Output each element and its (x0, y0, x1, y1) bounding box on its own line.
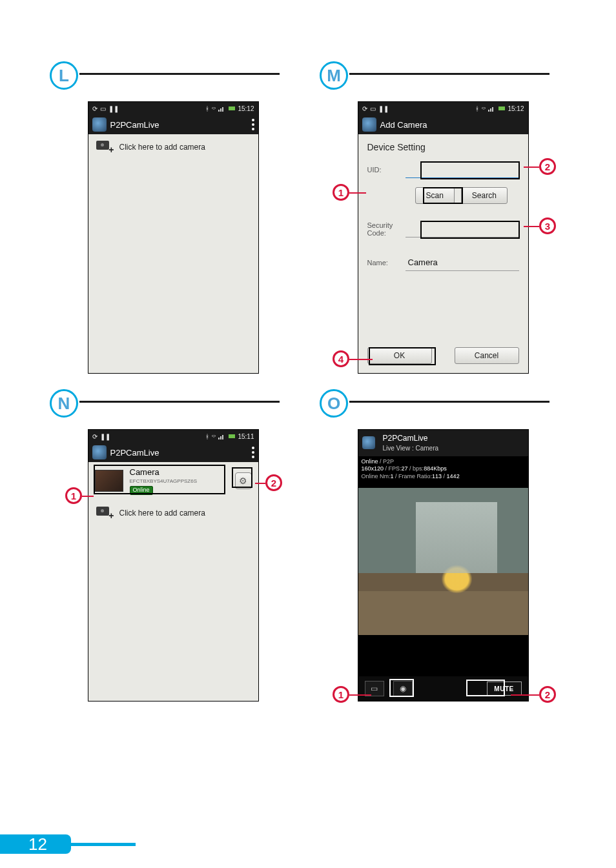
overflow-menu-icon[interactable] (252, 447, 254, 458)
section-title: Device Setting (367, 142, 519, 152)
panel-O: O P2PCamLive Live View : Camera Online (336, 389, 549, 701)
phone-O: P2PCamLive Live View : Camera Online / P… (358, 429, 529, 701)
search-button[interactable]: Search (461, 187, 508, 204)
add-camera-label: Click here to add camera (119, 143, 205, 152)
clock: 15:11 (238, 433, 254, 440)
uid-input[interactable] (406, 161, 519, 178)
mute-button[interactable]: MUTE (487, 681, 522, 696)
app-title: P2PCamLive (383, 434, 439, 444)
stream-info: Online / P2P 160x120 / FPS:27 / bps:884K… (358, 456, 528, 483)
subtitle: Live View : Camera (383, 444, 439, 452)
title-bar: P2PCamLive (88, 443, 258, 462)
callout-2: 2 (539, 158, 556, 175)
panel-L: L ⟳ ▭ ❚❚ ᚼ ⌔ 15:12 (67, 61, 280, 374)
camera-add-icon: + (96, 141, 113, 154)
wifi-icon: ⌔ (482, 105, 486, 112)
overflow-menu-icon[interactable] (252, 119, 254, 130)
status-bar: ⟳ ▭ ❚❚ ᚼ ⌔ 15:12 (88, 102, 258, 115)
pause-icon: ❚❚ (100, 433, 110, 440)
phone-L: ⟳ ▭ ❚❚ ᚼ ⌔ 15:12 P2PCamLive (88, 101, 259, 374)
signal-icon (218, 433, 226, 439)
signal-icon (488, 105, 496, 112)
bluetooth-icon: ᚼ (205, 433, 209, 440)
sync-icon: ⟳ (362, 105, 367, 112)
callout-1: 1 (333, 686, 349, 703)
picture-icon: ▭ (100, 105, 106, 112)
panel-marker-O: O (320, 389, 348, 418)
panel-marker-N: N (50, 389, 78, 418)
add-camera-row[interactable]: + Click here to add camera (88, 500, 258, 526)
sync-icon: ⟳ (92, 433, 98, 440)
phone-M: ⟳ ▭ ❚❚ ᚼ ⌔ 15:12 Add Camera (358, 101, 529, 374)
panel-N: N ⟳ ❚❚ ᚼ ⌔ 15:11 (67, 389, 280, 701)
app-title: P2PCamLive (110, 120, 159, 130)
security-code-input[interactable] (406, 221, 519, 237)
camera-icon: ◉ (400, 684, 406, 693)
sync-icon: ⟳ (92, 105, 98, 112)
battery-icon (229, 434, 235, 438)
picture-icon: ▭ (370, 105, 376, 112)
pause-icon: ❚❚ (378, 105, 389, 112)
callout-2: 2 (265, 474, 282, 491)
callout-2: 2 (539, 686, 556, 703)
camera-settings-button[interactable]: ⚙ (235, 472, 252, 489)
panel-marker-L: L (50, 61, 78, 90)
camera-list-item[interactable]: Camera EFCTBXBYS4U7AGPPSZ6S Online ⚙ (88, 462, 258, 500)
wifi-icon: ⌔ (212, 105, 216, 112)
phone-N: ⟳ ❚❚ ᚼ ⌔ 15:11 P2PCamLive (88, 429, 259, 701)
callout-4: 4 (333, 350, 349, 367)
title-bar: P2PCamLive (88, 115, 258, 134)
camera-thumbnail (95, 470, 123, 492)
live-bottom-bar: ▭ ◉ MUTE (358, 676, 528, 701)
panel-marker-M: M (320, 61, 348, 90)
battery-icon (229, 106, 235, 110)
security-code-label: Security Code: (367, 221, 406, 237)
add-camera-label: Click here to add camera (119, 509, 205, 518)
scan-button[interactable]: Scan (415, 187, 455, 204)
name-input[interactable] (406, 254, 519, 271)
app-icon (92, 117, 107, 132)
speaker-icon: ▭ (371, 684, 378, 693)
battery-icon (498, 106, 505, 110)
wifi-icon: ⌔ (212, 433, 216, 440)
ok-button[interactable]: OK (367, 347, 432, 364)
page-number: 12 (0, 834, 71, 854)
app-icon (362, 436, 375, 449)
page-number-badge: 12 (0, 834, 71, 854)
live-video[interactable] (358, 488, 528, 635)
gear-icon: ⚙ (239, 476, 247, 486)
clock: 15:12 (238, 105, 254, 112)
status-bar: ⟳ ▭ ❚❚ ᚼ ⌔ 15:12 (358, 102, 528, 115)
pause-icon: ❚❚ (108, 105, 119, 112)
camera-add-icon: + (96, 507, 113, 520)
screen-title: Add Camera (380, 120, 427, 130)
snapshot-button[interactable]: ◉ (393, 681, 413, 696)
app-icon (362, 117, 376, 132)
status-bar: ⟳ ❚❚ ᚼ ⌔ 15:11 (88, 430, 258, 443)
uid-label: UID: (367, 166, 406, 174)
title-bar: P2PCamLive Live View : Camera (358, 430, 528, 456)
cancel-button[interactable]: Cancel (455, 347, 519, 364)
name-label: Name: (367, 259, 406, 267)
clock: 15:12 (508, 105, 524, 112)
app-title: P2PCamLive (110, 448, 159, 458)
add-camera-row[interactable]: + Click here to add camera (88, 134, 258, 160)
camera-status-badge: Online (130, 486, 153, 495)
bluetooth-icon: ᚼ (475, 105, 479, 112)
app-icon (92, 445, 107, 459)
signal-icon (218, 105, 226, 112)
camera-uid: EFCTBXBYS4U7AGPPSZ6S (130, 478, 197, 485)
callout-1: 1 (333, 184, 349, 201)
callout-3: 3 (539, 217, 556, 234)
title-bar: Add Camera (358, 115, 528, 134)
panel-M: M ⟳ ▭ ❚❚ ᚼ ⌔ 15:12 (336, 61, 549, 374)
bluetooth-icon: ᚼ (205, 105, 209, 112)
camera-name: Camera (130, 467, 197, 478)
callout-1: 1 (65, 487, 82, 504)
